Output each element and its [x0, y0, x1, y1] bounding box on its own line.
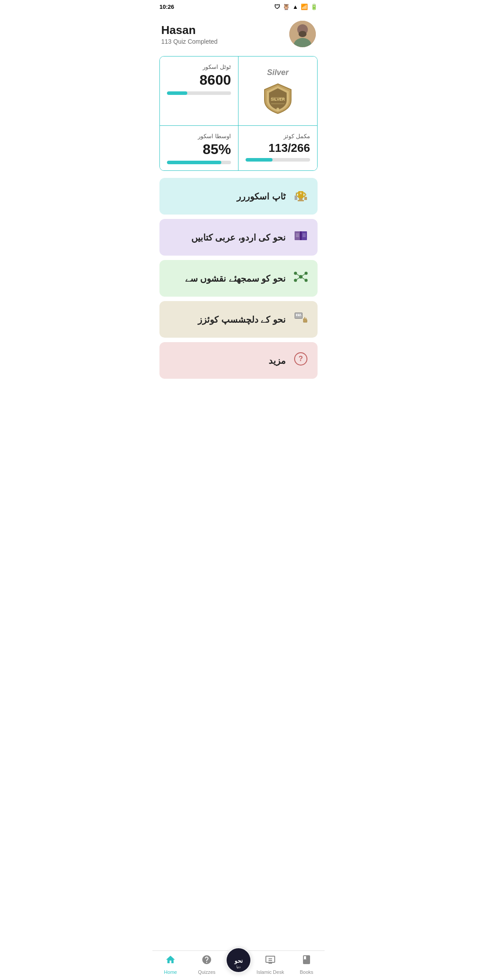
silver-label: Silver: [267, 68, 288, 77]
avatar-image: [289, 21, 316, 47]
svg-rect-9: [298, 200, 304, 201]
total-score-bar-bg: [167, 91, 231, 95]
total-score-bar-fill: [167, 91, 187, 95]
completed-quiz-bar-fill: [246, 158, 273, 162]
svg-rect-12: [295, 196, 297, 200]
svg-text:3: 3: [305, 193, 307, 196]
svg-rect-42: [304, 317, 305, 320]
avg-score-bar-bg: [167, 161, 231, 164]
owl-icon: 🦉: [283, 4, 290, 10]
completed-quiz-label: مکمل کوئز: [246, 133, 310, 139]
svg-rect-8: [299, 198, 303, 200]
books-icon: [293, 228, 309, 247]
signal-icon: 📶: [301, 4, 308, 10]
svg-rect-41: [300, 315, 301, 316]
user-name: Hasan: [161, 23, 218, 37]
svg-rect-39: [296, 315, 297, 316]
header-info: Hasan 113 Quiz Completed: [161, 23, 218, 45]
completed-quiz-value: 113/266: [246, 142, 310, 154]
silver-badge-card: Silver SILVER: [238, 57, 317, 126]
svg-line-31: [302, 274, 305, 276]
svg-rect-16: [295, 231, 300, 240]
svg-rect-18: [300, 231, 302, 240]
svg-text:?: ?: [299, 355, 303, 362]
menu-item-top-scorers-text: ٹاپ اسکوررر: [237, 191, 286, 202]
avg-score-value: 85%: [167, 142, 231, 156]
avg-score-label: اوسطا اسکور: [167, 133, 231, 139]
menu-item-diagrams-text: نحو کو سمجھئے نقشوں سے: [185, 273, 286, 284]
completed-quiz-card: مکمل کوئز 113/266: [238, 126, 317, 170]
svg-rect-40: [298, 315, 300, 316]
status-icons: 🛡 🦉 ▲ 📶 🔋: [274, 4, 318, 10]
svg-point-7: [276, 108, 279, 110]
header: Hasan 113 Quiz Completed: [152, 14, 325, 56]
svg-rect-38: [299, 314, 301, 315]
completed-quiz-bar-bg: [246, 158, 310, 162]
svg-point-29: [305, 279, 308, 282]
menu-section: ٹاپ اسکوررر 2 3 نحو کی: [152, 178, 325, 379]
svg-point-27: [305, 272, 308, 275]
svg-point-26: [294, 272, 297, 275]
menu-item-diagrams[interactable]: نحو کو سمجھئے نقشوں سے: [159, 260, 318, 297]
svg-line-30: [297, 274, 299, 276]
avg-score-card: اوسطا اسکور 85%: [160, 126, 238, 170]
quizzes-icon: [293, 310, 309, 329]
total-score-label: ٹوٹل اسکور: [167, 64, 231, 70]
stats-grid: ٹوٹل اسکور 8600 Silver SILVER: [159, 56, 318, 171]
status-time: 10:26: [159, 4, 174, 10]
top-scorers-icon: 2 3: [293, 187, 309, 206]
menu-item-top-scorers[interactable]: ٹاپ اسکوررر 2 3: [159, 178, 318, 215]
total-score-card: ٹوٹل اسکور 8600: [160, 57, 238, 126]
battery-icon: 🔋: [310, 4, 318, 10]
wifi-icon: ▲: [292, 4, 298, 10]
menu-item-books[interactable]: نحو کی اردو، عربی کتابیں: [159, 219, 318, 256]
svg-line-33: [302, 278, 305, 279]
svg-point-3: [299, 31, 307, 37]
diagrams-icon: [293, 269, 309, 288]
svg-rect-43: [306, 318, 307, 321]
svg-rect-13: [304, 197, 307, 200]
avg-score-bar-fill: [167, 161, 221, 164]
svg-point-25: [299, 275, 303, 279]
total-score-value: 8600: [167, 73, 231, 87]
quiz-completed-count: 113 Quiz Completed: [161, 38, 218, 45]
svg-rect-36: [296, 314, 297, 315]
svg-rect-17: [301, 231, 307, 240]
shield-badge: SILVER: [262, 82, 293, 115]
menu-item-interesting-quizzes[interactable]: نحو کے دلچشسپ کوئزز: [159, 301, 318, 338]
avatar: [289, 21, 316, 47]
menu-item-more[interactable]: مزید ?: [159, 342, 318, 379]
svg-rect-37: [298, 314, 299, 315]
svg-point-28: [294, 279, 297, 282]
menu-item-books-text: نحو کی اردو، عربی کتابیں: [191, 232, 286, 243]
silver-badge-container: Silver SILVER: [246, 64, 310, 119]
menu-item-interesting-quizzes-text: نحو کے دلچشسپ کوئزز: [198, 314, 286, 325]
shield-icon: 🛡: [274, 4, 280, 10]
status-bar: 10:26 🛡 🦉 ▲ 📶 🔋: [152, 0, 325, 14]
menu-item-more-text: مزید: [269, 355, 286, 366]
more-icon: ?: [293, 351, 309, 370]
svg-line-32: [297, 278, 299, 279]
